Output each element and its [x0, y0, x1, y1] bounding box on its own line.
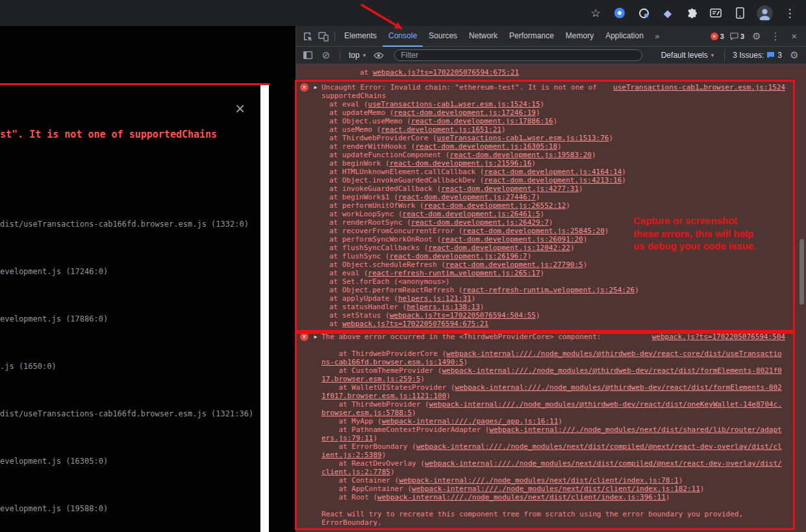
bookmark-star-icon[interactable]: ☆ [588, 6, 603, 20]
stack-frame-line: at Container (webpack-internal:///./node… [321, 476, 785, 485]
console-error-2: × ▶ webpack.js?ts=1702205076594:504 The … [296, 330, 806, 532]
browser-toolbar: ☆ ◆ ⋮ [0, 0, 806, 26]
stack-file-link[interactable]: webpack-internal:///./node_modules/next/… [399, 476, 678, 485]
tab-memory[interactable]: Memory [560, 26, 599, 47]
error-source-link[interactable]: webpack.js?ts=1702205076594:504 [652, 333, 785, 341]
error-message-text: Uncaught Error: Invalid chain: "ethereum… [321, 83, 597, 100]
error-message-text: The above error occurred in the <Thirdwe… [321, 333, 601, 341]
tab-network[interactable]: Network [463, 26, 503, 47]
stack-file-link[interactable]: react-dom.development.js:4213:16 [484, 176, 622, 184]
stack-frame-line: at ReactDevOverlay (webpack-internal:///… [321, 459, 785, 476]
stack-file-link[interactable]: react-dom.development.js:19583:20 [449, 151, 592, 159]
stack-file-link[interactable]: react-dom.development.js:21596:16 [390, 159, 532, 168]
stack-file-link[interactable]: webpack-internal:///./node_modules/next/… [412, 485, 700, 493]
stack-file-link[interactable]: react-dom.development.js:26461:5 [403, 210, 540, 218]
tab-sources[interactable]: Sources [423, 26, 463, 47]
extension-blue-dot-icon[interactable] [612, 6, 627, 20]
extension-code-icon[interactable] [709, 6, 723, 20]
stack-frame-line: at eval (react-refresh-runtim…velopment.… [321, 269, 785, 277]
more-tabs-icon[interactable]: » [649, 29, 665, 44]
error-icon[interactable]: × [300, 83, 309, 92]
overlay-frame-file: evelopment.js (16305:0) [0, 457, 260, 504]
console-scrollbar[interactable] [800, 239, 804, 305]
browser-menu-kebab-icon[interactable]: ⋮ [783, 6, 797, 20]
stack-file-link[interactable]: webpack-internal:///./node_modules/next/… [377, 493, 666, 501]
stack-file-link[interactable]: react-dom.development.js:27790:5 [446, 260, 583, 269]
stack-frame-line: at Object.performReactRefresh (react-ref… [321, 286, 785, 294]
stack-file-link[interactable]: react-dom.development.js:27446:7 [398, 193, 536, 201]
stack-frame-line: at updateMemo (react-dom.development.js:… [321, 108, 785, 117]
chevron-down-icon: ▾ [363, 52, 366, 58]
issues-counter[interactable]: 3 Issues: 3 [733, 51, 782, 60]
context-selector[interactable]: top ▾ [346, 51, 368, 60]
stack-file-link[interactable]: react-dom.development.js:4164:14 [484, 168, 622, 176]
console-settings-gear-icon[interactable]: ⚙ [787, 47, 802, 63]
stack-frame-line: at eval (useTransactions-cab1…wser.esm.j… [321, 100, 785, 108]
stack-file-link[interactable]: react-dom.development.js:4277:31 [441, 184, 579, 193]
extensions-puzzle-icon[interactable] [685, 6, 699, 20]
stack-file-link[interactable]: webpack.js?ts=1702205076594:675:21 [373, 68, 519, 77]
stack-file-link[interactable]: react-dom.development.js:17886:16 [411, 117, 553, 125]
stack-file-link[interactable]: react-refresh-runtim…velopment.js:254:26 [462, 286, 635, 294]
stack-file-link[interactable]: react-dom.development.js:12042:22 [428, 244, 570, 252]
overlay-scrollbar[interactable] [260, 85, 269, 532]
message-count-badge[interactable]: 3 [729, 32, 746, 40]
stack-file-link[interactable]: react-dom.development.js:16305:18 [415, 142, 557, 151]
stack-file-link[interactable]: helpers.js:121:31 [398, 294, 472, 303]
extension-ring-icon[interactable] [636, 6, 651, 20]
devtools-settings-gear-icon[interactable]: ⚙ [749, 29, 764, 44]
stack-frame-line: at WalletUIStatesProvider (webpack-inter… [321, 383, 785, 400]
stack-file-link[interactable]: webpack-internal:///./pages/_app.js:16:1… [382, 417, 559, 425]
error-source-link[interactable]: useTransactions-cab1…browser.esm.js:1524 [613, 83, 785, 92]
expand-triangle-icon[interactable]: ▶ [312, 333, 320, 341]
stack-file-link[interactable]: react-dom.development.js:26552:12 [424, 201, 566, 210]
stack-frame-line: at updateFunctionComponent (react-dom.de… [321, 151, 785, 159]
stack-frame-line: at Object.useMemo (react-dom.development… [321, 117, 785, 125]
stack-frame-line: at Object.scheduleRefresh (react-dom.dev… [321, 260, 785, 269]
error-circle-icon: × [711, 32, 718, 40]
devtools-tabs: ElementsConsoleSourcesNetworkPerformance… [338, 26, 649, 47]
profile-avatar[interactable] [757, 5, 773, 21]
stack-file-link[interactable]: react-dom.development.js:26091:20 [441, 235, 583, 244]
console-error-1: × ▶ useTransactions-cab1…browser.esm.js:… [296, 81, 806, 330]
tab-application[interactable]: Application [599, 26, 649, 47]
expand-triangle-icon[interactable]: ▶ [312, 83, 320, 92]
error-icon[interactable]: × [300, 333, 309, 341]
tabbar-right-cluster: × 3 3 ⚙ ⋮ × [709, 29, 802, 44]
stack-file-link[interactable]: react.development.js:1651:21 [381, 125, 501, 134]
devtools-more-options-icon[interactable]: ⋮ [768, 29, 783, 44]
extension-diamond-icon[interactable]: ◆ [661, 6, 675, 20]
console-sidebar-icon[interactable] [300, 47, 316, 63]
tab-performance[interactable]: Performance [503, 26, 560, 47]
devtools-close-icon[interactable]: × [787, 29, 802, 44]
live-expression-eye-icon[interactable] [371, 47, 386, 63]
stack-frame-line: at beginWork$1 (react-dom.development.js… [321, 193, 785, 201]
stack-file-link[interactable]: useTransactions-cab1…wser.esm.js:1524:15 [368, 100, 540, 108]
screenshot-root: ☆ ◆ ⋮ × st". It is not one of supportedC… [0, 0, 806, 532]
console-filter-input[interactable] [394, 49, 642, 61]
error-count-badge[interactable]: × 3 [709, 32, 725, 40]
stack-file-link[interactable]: webpack.js?ts=1702205076594:675:21 [342, 320, 488, 328]
overlay-frame-file: dist/useTransactions-cab166fd.browser.es… [0, 409, 260, 457]
tab-elements[interactable]: Elements [338, 26, 383, 47]
console-output: at webpack.js?ts=1702205076594:675:21 × … [296, 64, 806, 532]
stack-file-link[interactable]: react-dom.development.js:25845:20 [462, 227, 605, 235]
device-toolbar-icon[interactable] [316, 29, 331, 44]
stack-frame-line: at ThirdwebProviderCore (useTransactions… [321, 134, 785, 142]
stack-file-link[interactable]: react-dom.development.js:26429:7 [411, 218, 549, 227]
stack-file-link[interactable]: helpers.js:138:13 [407, 303, 480, 311]
overlay-close-button[interactable]: × [235, 100, 245, 117]
stack-frame-line: at invokeGuardedCallback (react-dom.deve… [321, 184, 785, 193]
stack-file-link[interactable]: react-dom.development.js:17246:19 [394, 108, 536, 117]
stack-file-link[interactable]: webpack.js?ts=1702205076594:504:55 [390, 311, 536, 320]
tab-console[interactable]: Console [383, 26, 423, 47]
log-levels-dropdown[interactable]: Default levels ▾ [659, 51, 717, 60]
stack-file-link[interactable]: react-dom.development.js:26196:7 [390, 252, 527, 260]
device-icon[interactable] [733, 6, 747, 20]
overlay-error-message: st". It is not one of supportedChains [0, 129, 217, 140]
clear-console-icon[interactable]: ⊘ [318, 47, 334, 63]
devtools-tabbar: ElementsConsoleSourcesNetworkPerformance… [296, 26, 806, 47]
inspect-element-icon[interactable] [300, 29, 316, 44]
stack-file-link[interactable]: react-refresh-runtim…velopment.js:265:17 [368, 269, 540, 277]
stack-file-link[interactable]: useTransactions-cab1…wser.esm.js:1513:76 [437, 134, 609, 142]
